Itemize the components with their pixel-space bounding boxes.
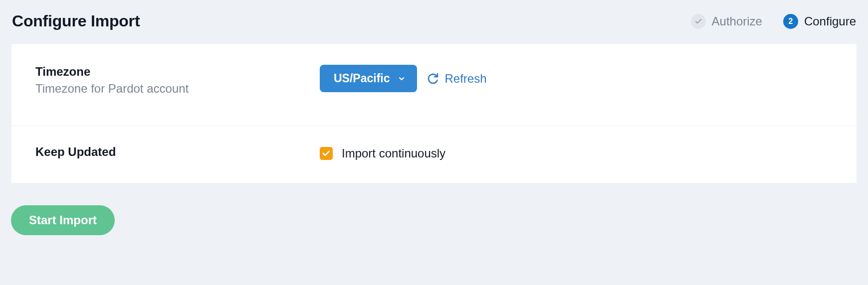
- checkbox-label: Import continuously: [342, 146, 445, 160]
- section-title: Keep Updated: [35, 145, 320, 159]
- step-configure[interactable]: 2 Configure: [783, 14, 856, 29]
- section-timezone: Timezone Timezone for Pardot account US/…: [11, 44, 857, 126]
- step-authorize[interactable]: Authorize: [691, 14, 762, 29]
- page-title: Configure Import: [12, 12, 140, 30]
- wizard-steps: Authorize 2 Configure: [691, 14, 856, 29]
- section-title: Timezone: [35, 65, 320, 79]
- step-label: Authorize: [712, 14, 762, 28]
- step-number-badge: 2: [783, 14, 798, 29]
- refresh-link[interactable]: Refresh: [427, 72, 487, 86]
- check-icon: [691, 14, 706, 29]
- section-keep-updated: Keep Updated Import continuously: [11, 126, 857, 183]
- checkbox-checked-icon[interactable]: [320, 147, 333, 160]
- section-subtitle: Timezone for Pardot account: [35, 82, 320, 96]
- chevron-down-icon: [397, 74, 406, 83]
- timezone-select[interactable]: US/Pacific: [320, 65, 417, 92]
- page-header: Configure Import Authorize 2 Configure: [11, 12, 857, 30]
- step-label: Configure: [804, 14, 856, 28]
- config-card: Timezone Timezone for Pardot account US/…: [11, 43, 857, 183]
- import-continuously-option[interactable]: Import continuously: [320, 146, 445, 160]
- timezone-selected-value: US/Pacific: [334, 72, 390, 85]
- refresh-label: Refresh: [445, 72, 487, 86]
- start-import-button[interactable]: Start Import: [11, 205, 115, 235]
- refresh-icon: [427, 73, 439, 85]
